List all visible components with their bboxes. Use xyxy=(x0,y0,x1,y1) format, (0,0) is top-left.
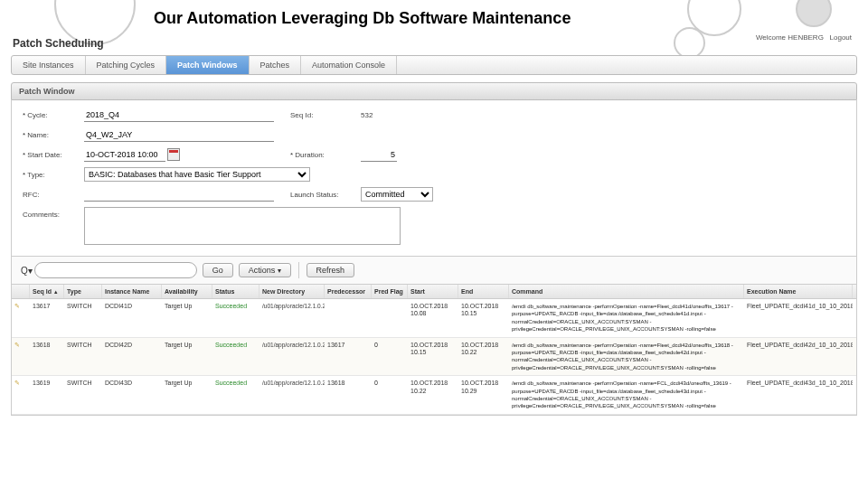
cell: /u01/app/oracle/12.1.0.2.180717/one1f xyxy=(259,338,325,376)
patch-window-form: Cycle: Seq Id: 532 Name: Start Date: Dur… xyxy=(11,100,857,257)
col-header[interactable]: Pred Flag xyxy=(372,285,408,298)
col-header[interactable]: Start xyxy=(408,285,458,298)
col-header[interactable]: Execution Name xyxy=(744,285,853,298)
cell: Fleet_UPDATE_dcdi43d_10_10_2018_10_22_ xyxy=(744,376,853,414)
launch-status-select[interactable]: Committed xyxy=(361,187,433,202)
cell: Target Up xyxy=(162,338,212,376)
tab-patch-windows[interactable]: Patch Windows xyxy=(166,56,249,74)
label-comments: Comments: xyxy=(23,207,77,219)
cell: ✎ xyxy=(12,299,30,337)
col-header[interactable]: End xyxy=(458,285,509,298)
cell: 0 xyxy=(372,338,408,376)
cell: ✎ xyxy=(12,376,30,414)
search-input[interactable] xyxy=(34,262,197,278)
cell: 10.OCT.2018 10.08 xyxy=(408,299,458,337)
name-input[interactable] xyxy=(84,127,274,142)
table-row: ✎13617SWITCHDCDI41DTarget UpSucceeded/u0… xyxy=(12,299,856,338)
col-header[interactable]: Type xyxy=(64,285,102,298)
cell xyxy=(372,299,408,337)
cell: 10.OCT.2018 10.15 xyxy=(458,299,509,337)
edit-icon[interactable]: ✎ xyxy=(14,380,25,390)
cell: /emcli db_software_maintenance -performO… xyxy=(509,338,744,376)
col-header[interactable]: Command xyxy=(509,285,744,298)
cell: Target Up xyxy=(162,376,212,414)
col-header[interactable]: Predecessor xyxy=(325,285,372,298)
cell: DCDI42D xyxy=(102,338,162,376)
tab-automation-console[interactable]: Automation Console xyxy=(301,56,397,74)
label-launch-status: Launch Status: xyxy=(290,191,354,199)
cell: DCDI43D xyxy=(102,376,162,414)
label-name: Name: xyxy=(23,131,77,139)
label-startdate: Start Date: xyxy=(23,151,77,159)
cell: 13618 xyxy=(325,376,372,414)
seqid-value: 532 xyxy=(361,111,460,119)
comments-input[interactable] xyxy=(84,207,401,245)
type-select[interactable]: BASIC: Databases that have Basic Tier Su… xyxy=(84,167,310,182)
label-seqid: Seq Id: xyxy=(290,111,354,119)
cell: Target Up xyxy=(162,299,212,337)
results-grid: Seq IdTypeInstance NameAvailabilityStatu… xyxy=(11,285,857,416)
cell: 13617 xyxy=(30,299,64,337)
toolbar-divider xyxy=(298,262,299,278)
search-label: Q▾ xyxy=(21,266,33,276)
tab-patching-cycles[interactable]: Patching Cycles xyxy=(86,56,167,74)
label-duration: Duration: xyxy=(290,151,354,159)
cell: 13618 xyxy=(30,338,64,376)
cell: SWITCH xyxy=(64,376,102,414)
cell: ✎ xyxy=(12,338,30,376)
cell: 13617 xyxy=(325,338,372,376)
results-toolbar: Q▾ Go Actions Refresh xyxy=(11,257,857,285)
logout-link[interactable]: Logout xyxy=(830,33,852,42)
tab-site-instances[interactable]: Site Instances xyxy=(12,56,86,74)
rfc-input[interactable] xyxy=(84,187,274,202)
go-button[interactable]: Go xyxy=(203,263,233,277)
cell: SWITCH xyxy=(64,338,102,376)
col-header[interactable]: Seq Id xyxy=(30,285,64,298)
col-header[interactable] xyxy=(12,285,30,298)
cell: SWITCH xyxy=(64,299,102,337)
label-rfc: RFC: xyxy=(23,191,77,199)
cell: Fleet_UPDATE_dcdi42d_10_10_2018_10_15_ xyxy=(744,338,853,376)
cell: Succeeded xyxy=(212,376,259,414)
page-title: Patch Scheduling xyxy=(11,33,857,55)
cell: 13619 xyxy=(30,376,64,414)
cell: /emcli db_software_maintenance -performO… xyxy=(509,376,744,414)
cell: /u01/app/oracle/12.1.0.2.180717/one1f xyxy=(259,299,325,337)
col-header[interactable]: Availability xyxy=(162,285,212,298)
tabbar: Site InstancesPatching CyclesPatch Windo… xyxy=(11,55,857,75)
cycle-input[interactable] xyxy=(84,108,274,122)
welcome-bar: Welcome HENBERG Logout xyxy=(756,33,852,42)
cell: /emcli db_software_maintenance -performO… xyxy=(509,299,744,337)
cell: 10.OCT.2018 10.22 xyxy=(458,338,509,376)
cell: 10.OCT.2018 10.22 xyxy=(408,376,458,414)
cell: 10.OCT.2018 10.29 xyxy=(458,376,509,414)
col-header[interactable]: Status xyxy=(212,285,259,298)
panel-header: Patch Window xyxy=(11,82,857,100)
label-cycle: Cycle: xyxy=(23,111,77,119)
cell: Succeeded xyxy=(212,338,259,376)
edit-icon[interactable]: ✎ xyxy=(14,303,25,314)
actions-button[interactable]: Actions xyxy=(239,263,291,277)
label-type: Type: xyxy=(23,171,77,179)
tab-patches[interactable]: Patches xyxy=(250,56,302,74)
cell: Succeeded xyxy=(212,299,259,337)
grid-header: Seq IdTypeInstance NameAvailabilityStatu… xyxy=(12,285,856,299)
col-header[interactable]: New Directory xyxy=(259,285,325,298)
cell xyxy=(325,299,372,337)
refresh-button[interactable]: Refresh xyxy=(307,263,355,277)
welcome-prefix: Welcome xyxy=(756,33,788,42)
cell: 10.OCT.2018 10.15 xyxy=(408,338,458,376)
table-row: ✎13619SWITCHDCDI43DTarget UpSucceeded/u0… xyxy=(12,376,856,415)
cell: DCDI41D xyxy=(102,299,162,337)
edit-icon[interactable]: ✎ xyxy=(14,342,25,352)
cell: 0 xyxy=(372,376,408,414)
col-header[interactable]: Instance Name xyxy=(102,285,162,298)
cell: Fleet_UPDATE_dcdi41d_10_10_2018_10_08_ xyxy=(744,299,853,337)
slide-title: Our Automation Leveraging Db Software Ma… xyxy=(0,0,868,33)
startdate-input[interactable] xyxy=(84,147,165,162)
cell: /u01/app/oracle/12.1.0.2.180717/one1f xyxy=(259,376,325,414)
welcome-user: HENBERG xyxy=(788,33,824,42)
table-row: ✎13618SWITCHDCDI42DTarget UpSucceeded/u0… xyxy=(12,338,856,377)
calendar-icon[interactable] xyxy=(167,148,180,161)
duration-input[interactable] xyxy=(361,147,397,162)
